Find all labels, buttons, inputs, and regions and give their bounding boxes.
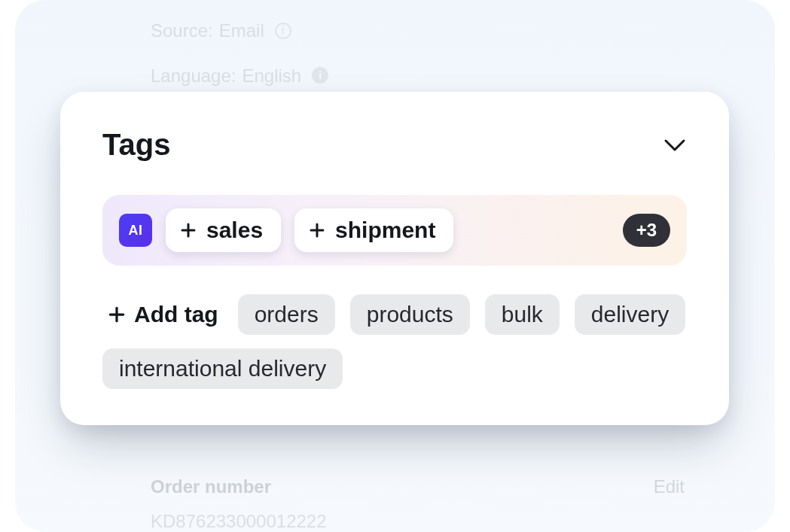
tags-card: Tags AI sales shipment +3 Add tag ord (60, 92, 729, 425)
ai-suggestions-row: AI sales shipment +3 (102, 195, 687, 266)
add-tag-button[interactable]: Add tag (102, 296, 223, 333)
plus-icon (107, 305, 127, 324)
add-tag-label: Add tag (134, 302, 218, 327)
plus-icon (308, 221, 326, 239)
chevron-down-icon[interactable] (663, 138, 687, 153)
tag-chip[interactable]: bulk (485, 294, 560, 335)
tag-chip[interactable]: orders (238, 294, 335, 335)
tags-card-header: Tags (102, 128, 687, 162)
tag-chip[interactable]: delivery (575, 294, 685, 335)
ai-suggestion-label: shipment (335, 217, 435, 243)
ai-badge-icon: AI (119, 214, 152, 247)
tag-area: Add tag orders products bulk delivery in… (102, 294, 687, 389)
tag-chip[interactable]: international delivery (102, 348, 343, 389)
plus-icon (179, 221, 197, 239)
ai-suggestion-chip-shipment[interactable]: shipment (294, 208, 453, 252)
tag-chip[interactable]: products (350, 294, 470, 335)
ai-suggestion-chip-sales[interactable]: sales (166, 208, 281, 252)
ai-more-badge[interactable]: +3 (623, 214, 670, 247)
tags-title: Tags (102, 128, 170, 162)
ai-suggestion-label: sales (206, 217, 263, 243)
